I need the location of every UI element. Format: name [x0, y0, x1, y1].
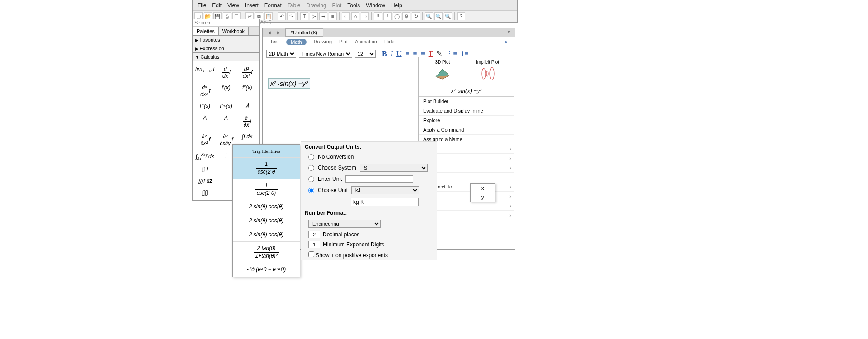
- pal-partial[interactable]: ∂∂xf: [236, 112, 258, 131]
- trig-row0[interactable]: 1csc(2 θ: [233, 157, 300, 179]
- back-icon[interactable]: ⇦: [342, 12, 350, 20]
- expand-icon[interactable]: »: [505, 39, 508, 45]
- menu-drawing[interactable]: Drawing: [304, 1, 329, 9]
- T-icon[interactable]: T: [300, 12, 308, 20]
- radio-system[interactable]: [308, 165, 314, 171]
- submenu-x[interactable]: x: [471, 184, 495, 193]
- zoom3-icon[interactable]: 🔍: [444, 12, 452, 20]
- pal-limit[interactable]: limx→a f: [194, 63, 216, 82]
- radio-chooseunit[interactable]: [308, 188, 314, 193]
- zoom1-icon[interactable]: 🔍: [425, 12, 433, 20]
- cm-explore[interactable]: Explore: [419, 116, 514, 125]
- pal-dn[interactable]: dⁿdxⁿf: [194, 82, 216, 100]
- doc-next-icon[interactable]: ►: [274, 30, 283, 35]
- cm-plotbuilder[interactable]: Plot Builder: [419, 97, 514, 106]
- trig-row1[interactable]: 1csc(2 θ): [233, 179, 300, 200]
- plot3d-preview[interactable]: 3D Plot: [434, 60, 452, 83]
- section-favorites[interactable]: Favorites: [193, 36, 259, 44]
- pal-d1[interactable]: ddxf: [216, 63, 237, 82]
- underline-icon[interactable]: U: [396, 50, 403, 58]
- radio-enter[interactable]: [308, 176, 314, 182]
- ctx-drawing[interactable]: Drawing: [314, 39, 332, 45]
- minexp-input[interactable]: [308, 241, 320, 248]
- pal-triint[interactable]: ∭f dz: [194, 175, 216, 187]
- trig-row4[interactable]: 2 sin(θ) cos(θ): [233, 228, 300, 242]
- undo-icon[interactable]: ↶: [278, 12, 286, 20]
- ctx-math[interactable]: Math: [286, 39, 306, 45]
- section-expression[interactable]: Expression: [193, 44, 259, 53]
- tab-workbook[interactable]: Workbook: [218, 27, 249, 35]
- numbers-icon[interactable]: 1≡: [460, 50, 469, 58]
- radio-noconv[interactable]: [308, 154, 314, 160]
- ctx-text[interactable]: Text: [270, 39, 279, 45]
- doc-prev-icon[interactable]: ◄: [264, 30, 274, 35]
- size-select[interactable]: 12: [355, 50, 376, 58]
- menu-insert[interactable]: Insert: [243, 1, 261, 9]
- menu-file[interactable]: File: [195, 1, 208, 9]
- enter-unit-input[interactable]: [345, 175, 413, 183]
- showplus-check[interactable]: [308, 251, 314, 257]
- section-calculus[interactable]: Calculus: [193, 53, 259, 61]
- debug-icon[interactable]: ⚙: [402, 12, 410, 20]
- help-icon[interactable]: ?: [457, 12, 465, 20]
- trig-row2[interactable]: 2 sin(θ) cos(θ): [233, 200, 300, 214]
- menu-plot[interactable]: Plot: [330, 1, 344, 9]
- prompt-icon[interactable]: ≻: [310, 12, 318, 20]
- doc-close-icon[interactable]: ✕: [505, 29, 513, 35]
- italic-icon[interactable]: I: [390, 50, 394, 58]
- zoom2-icon[interactable]: 🔍: [434, 12, 443, 20]
- menu-help[interactable]: Help: [389, 1, 405, 9]
- pal-quadint[interactable]: ∫∫∫∫: [194, 187, 216, 198]
- restart-icon[interactable]: ↻: [412, 12, 420, 20]
- trig-row5[interactable]: 2 tan(θ)1+tan(θ)²: [233, 241, 300, 263]
- submenu-y[interactable]: y: [471, 193, 495, 202]
- exec-icon[interactable]: ‼: [374, 12, 382, 20]
- tab-palettes[interactable]: Palettes: [193, 27, 219, 35]
- stop-icon[interactable]: ◯: [393, 12, 401, 20]
- home-icon[interactable]: ⌂: [351, 12, 359, 20]
- indent-icon[interactable]: ⇥: [319, 12, 327, 20]
- pal-ddot[interactable]: Ä: [194, 112, 216, 131]
- align-center-icon[interactable]: ≡: [412, 50, 418, 58]
- trig-row3[interactable]: 2 sin(θ) cos(θ): [233, 214, 300, 228]
- menu-format[interactable]: Format: [262, 1, 284, 9]
- redo-icon[interactable]: ↷: [287, 12, 295, 20]
- system-select[interactable]: SI: [360, 164, 428, 172]
- ctx-hide[interactable]: Hide: [384, 39, 395, 45]
- pal-ddot2[interactable]: Ä: [216, 112, 237, 131]
- forward-icon[interactable]: ⇨: [361, 12, 369, 20]
- ctx-animation[interactable]: Animation: [355, 39, 377, 45]
- pal-fp[interactable]: f′(x): [216, 82, 237, 100]
- menu-view[interactable]: View: [225, 1, 241, 9]
- exec1-icon[interactable]: !: [383, 12, 392, 20]
- menu-edit[interactable]: Edit: [210, 1, 224, 9]
- list-icon[interactable]: ≡: [329, 12, 337, 20]
- font-select[interactable]: Times New Roman: [299, 50, 352, 58]
- align-left-icon[interactable]: ≡: [405, 50, 410, 58]
- search-input[interactable]: [193, 19, 259, 26]
- decimals-input[interactable]: [308, 231, 320, 238]
- pal-fpp[interactable]: f″(x): [236, 82, 258, 100]
- numfmt-select[interactable]: Engineering: [308, 220, 381, 228]
- bold-icon[interactable]: B: [381, 50, 388, 58]
- menu-tools[interactable]: Tools: [345, 1, 362, 9]
- trig-row6[interactable]: - ½ (e²ⁱθ − e⁻²ⁱθ): [233, 263, 300, 277]
- pal-defint[interactable]: ∫x₁x₂f dx: [194, 149, 216, 163]
- pal-dot[interactable]: Ȧ: [236, 100, 258, 112]
- align-right-icon[interactable]: ≡: [420, 50, 426, 58]
- menu-window[interactable]: Window: [363, 1, 387, 9]
- cm-evaluate[interactable]: Evaluate and Display Inline: [419, 106, 514, 116]
- ctx-plot[interactable]: Plot: [339, 39, 348, 45]
- menu-table[interactable]: Table: [285, 1, 303, 9]
- implicit-preview[interactable]: Implicit Plot: [476, 60, 499, 83]
- pal-partial2[interactable]: ∂²∂x²f: [194, 131, 216, 149]
- pal-dblint[interactable]: ∫∫ f: [194, 163, 216, 175]
- math-expression[interactable]: x² ·sin(x) −y²: [268, 78, 310, 89]
- pal-d2[interactable]: d²dx²f: [236, 63, 258, 82]
- unit-select[interactable]: kJ: [351, 186, 419, 194]
- style-select[interactable]: 2D Math: [266, 50, 296, 58]
- fontcolor-icon[interactable]: T: [428, 50, 434, 58]
- pal-f3[interactable]: f‴(x): [194, 100, 216, 112]
- doc-title[interactable]: *Untitled (8): [285, 28, 323, 37]
- cm-apply[interactable]: Apply a Command: [419, 125, 514, 135]
